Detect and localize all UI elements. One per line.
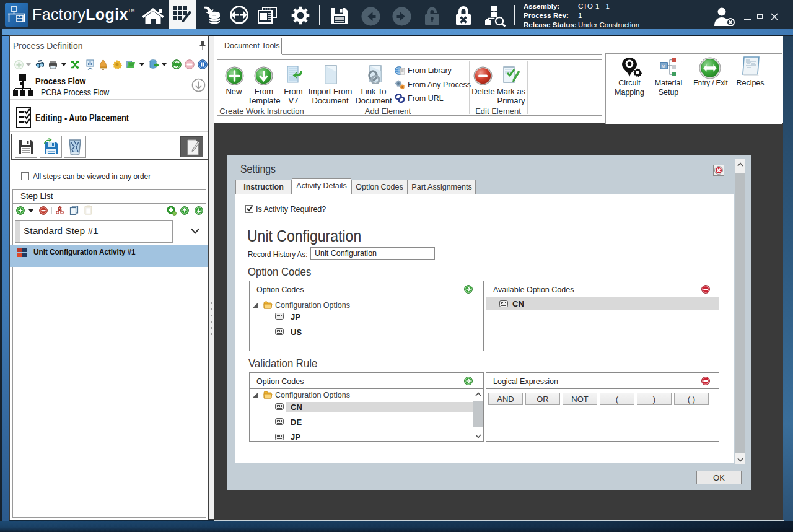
svg-text:M: M <box>662 64 665 68</box>
